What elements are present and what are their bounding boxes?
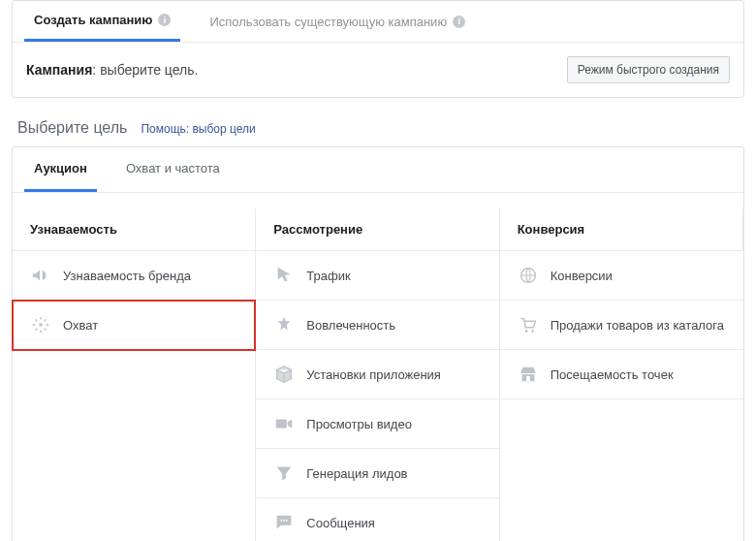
goal-label: Посещаемость точек bbox=[551, 367, 674, 382]
help-link[interactable]: Помощь: выбор цели bbox=[141, 122, 255, 136]
goal-video-views[interactable]: Просмотры видео bbox=[256, 399, 498, 449]
svg-rect-8 bbox=[526, 376, 530, 382]
goal-label: Вовлеченность bbox=[306, 318, 395, 333]
info-icon: i bbox=[453, 16, 465, 28]
campaign-setup-card: Создать кампанию i Использовать существу… bbox=[12, 0, 744, 98]
globe-icon bbox=[518, 265, 539, 286]
goal-label: Охват bbox=[63, 318, 98, 333]
svg-point-4 bbox=[286, 520, 288, 522]
cart-icon bbox=[518, 314, 539, 335]
tab-existing-campaign[interactable]: Использовать существующую кампанию i bbox=[200, 1, 475, 42]
svg-point-3 bbox=[283, 520, 285, 522]
goal-brand-awareness[interactable]: Узнаваемость бренда bbox=[13, 251, 255, 301]
goal-label: Продажи товаров из каталога bbox=[551, 318, 724, 333]
col-header-awareness: Узнаваемость bbox=[13, 208, 256, 251]
tab-create-label: Создать кампанию bbox=[34, 13, 152, 27]
funnel-icon bbox=[273, 462, 295, 484]
goal-label: Сообщения bbox=[306, 516, 375, 530]
chat-icon bbox=[273, 512, 295, 533]
goal-column-awareness: Узнаваемость бренда Охват bbox=[13, 251, 256, 541]
store-icon bbox=[518, 364, 539, 385]
goal-label: Генерация лидов bbox=[306, 466, 407, 481]
reach-icon bbox=[30, 314, 51, 335]
goal-selection-card: Аукцион Охват и частота Узнаваемость Рас… bbox=[12, 146, 744, 541]
col-header-conversion: Конверсия bbox=[500, 208, 743, 251]
goal-column-conversion: Конверсии Продажи товаров из каталога По… bbox=[500, 251, 743, 541]
campaign-goal-row: Кампания: выберите цель. Режим быстрого … bbox=[13, 43, 743, 97]
svg-point-7 bbox=[531, 330, 534, 333]
quick-create-button[interactable]: Режим быстрого создания bbox=[567, 56, 730, 83]
megaphone-icon bbox=[30, 265, 51, 286]
svg-rect-1 bbox=[276, 419, 287, 428]
buying-type-tabs: Аукцион Охват и частота bbox=[13, 147, 743, 193]
goal-label: Конверсии bbox=[551, 269, 613, 283]
section-header: Выберите цель Помощь: выбор цели bbox=[0, 113, 756, 146]
goal-traffic[interactable]: Трафик bbox=[256, 251, 498, 301]
goal-lead-gen[interactable]: Генерация лидов bbox=[256, 449, 498, 498]
tab-existing-label: Использовать существующую кампанию bbox=[209, 15, 447, 29]
campaign-source-tabs: Создать кампанию i Использовать существу… bbox=[13, 1, 743, 43]
box-icon bbox=[273, 364, 295, 385]
goal-catalog-sales[interactable]: Продажи товаров из каталога bbox=[500, 301, 743, 350]
svg-point-0 bbox=[39, 323, 43, 327]
campaign-goal-label: Кампания: выберите цель. bbox=[26, 62, 198, 78]
engagement-icon bbox=[273, 314, 295, 335]
goal-label: Установки приложения bbox=[306, 367, 441, 382]
info-icon: i bbox=[158, 14, 171, 26]
tab-reach-frequency[interactable]: Охват и частота bbox=[116, 147, 230, 192]
tab-auction[interactable]: Аукцион bbox=[24, 147, 97, 192]
goal-label: Трафик bbox=[306, 269, 350, 283]
video-icon bbox=[273, 413, 295, 434]
col-header-consideration: Рассмотрение bbox=[256, 208, 499, 251]
goal-reach[interactable]: Охват bbox=[13, 301, 255, 350]
goal-engagement[interactable]: Вовлеченность bbox=[256, 301, 498, 350]
svg-point-2 bbox=[281, 520, 283, 522]
goal-label: Просмотры видео bbox=[306, 417, 412, 431]
goal-label: Узнаваемость бренда bbox=[63, 269, 191, 283]
goal-grid: Узнаваемость Рассмотрение Конверсия Узна… bbox=[13, 208, 743, 541]
section-title-text: Выберите цель bbox=[17, 119, 127, 137]
svg-point-6 bbox=[524, 330, 527, 333]
cursor-icon bbox=[273, 265, 295, 286]
goal-conversions[interactable]: Конверсии bbox=[500, 251, 743, 301]
goal-column-consideration: Трафик Вовлеченность Установки приложени… bbox=[256, 251, 499, 541]
tab-create-campaign[interactable]: Создать кампанию i bbox=[24, 1, 180, 42]
goal-store-visits[interactable]: Посещаемость точек bbox=[500, 350, 743, 399]
goal-messages[interactable]: Сообщения bbox=[256, 498, 498, 541]
goal-app-installs[interactable]: Установки приложения bbox=[256, 350, 498, 399]
